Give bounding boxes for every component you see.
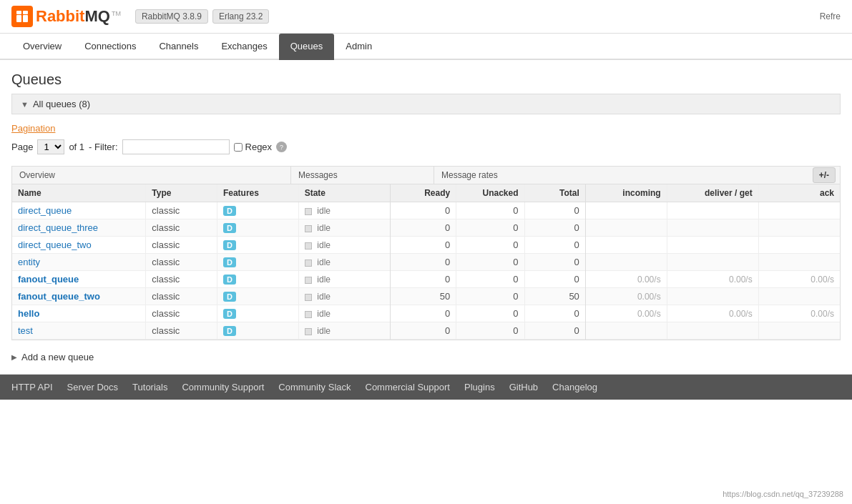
queue-link[interactable]: test <box>18 325 33 336</box>
cell-total: 0 <box>524 305 585 322</box>
section-header[interactable]: ▼ All queues (8) <box>11 94 841 114</box>
group-header-messages: Messages <box>291 167 434 184</box>
add-queue-toggle[interactable]: ▶ Add a new queue <box>11 352 841 362</box>
nav-queues[interactable]: Queues <box>279 34 335 60</box>
rabbitmq-logo-svg <box>15 9 29 24</box>
cell-incoming <box>585 219 667 237</box>
logo-text: RabbitMQTM <box>36 7 121 26</box>
col-state: State <box>298 184 390 202</box>
cell-incoming: 0.00/s <box>585 288 667 305</box>
nav-channels[interactable]: Channels <box>147 34 210 60</box>
cell-deliver-get <box>667 322 758 340</box>
table-row: direct_queue_three classic D idle 0 0 0 <box>12 219 840 237</box>
cell-total: 0 <box>524 254 585 271</box>
svg-rect-1 <box>23 15 28 22</box>
refresh-button[interactable]: Refre <box>820 11 841 21</box>
of-label: of 1 <box>69 142 84 152</box>
nav-exchanges[interactable]: Exchanges <box>210 34 278 60</box>
cell-ack <box>758 254 840 271</box>
cell-ack <box>758 219 840 237</box>
cell-ack <box>758 237 840 254</box>
state-value: idle <box>317 326 330 336</box>
queue-link[interactable]: fanout_queue_two <box>18 291 100 302</box>
pagination-label[interactable]: Pagination <box>11 123 841 134</box>
cell-total: 0 <box>524 271 585 288</box>
help-icon[interactable]: ? <box>276 142 287 152</box>
feature-d-badge: D <box>223 240 236 250</box>
section-arrow: ▼ <box>21 100 29 109</box>
state-value: idle <box>317 309 330 319</box>
col-ready: Ready <box>390 184 456 202</box>
page-select[interactable]: 1 <box>37 139 64 154</box>
queue-link[interactable]: direct_queue_two <box>18 239 92 250</box>
footer-commercial-support[interactable]: Commercial Support <box>366 382 451 392</box>
cell-name[interactable]: direct_queue <box>12 202 146 219</box>
cell-name[interactable]: entity <box>12 254 146 271</box>
logo-mq: MQ <box>84 7 109 25</box>
cell-name[interactable]: direct_queue_two <box>12 237 146 254</box>
queue-link[interactable]: hello <box>18 308 39 319</box>
cell-ready: 0 <box>390 237 456 254</box>
footer: HTTP API Server Docs Tutorials Community… <box>0 375 852 400</box>
queue-link[interactable]: fanout_queue <box>18 274 79 285</box>
cell-deliver-get: 0.00/s <box>667 271 758 288</box>
svg-rect-3 <box>23 11 28 14</box>
nav-connections[interactable]: Connections <box>73 34 147 60</box>
cell-ack: 0.00/s <box>758 305 840 322</box>
state-value: idle <box>317 292 330 302</box>
cell-name[interactable]: fanout_queue_two <box>12 288 146 305</box>
cell-features: D <box>217 288 298 305</box>
footer-changelog[interactable]: Changelog <box>552 382 597 392</box>
cell-name[interactable]: test <box>12 322 146 340</box>
col-type: Type <box>146 184 217 202</box>
cell-deliver-get <box>667 202 758 219</box>
cell-deliver-get <box>667 237 758 254</box>
footer-tutorials[interactable]: Tutorials <box>132 382 167 392</box>
cell-unacked: 0 <box>456 219 524 237</box>
footer-github[interactable]: GitHub <box>509 382 538 392</box>
feature-d-badge: D <box>223 257 236 267</box>
cell-total: 0 <box>524 237 585 254</box>
cell-name[interactable]: hello <box>12 305 146 322</box>
nav-overview[interactable]: Overview <box>11 34 73 60</box>
regex-checkbox[interactable] <box>234 143 243 152</box>
cell-ready: 0 <box>390 271 456 288</box>
cell-incoming <box>585 254 667 271</box>
plus-minus-button[interactable]: +/- <box>813 167 836 183</box>
cell-type: classic <box>146 288 217 305</box>
feature-d-badge: D <box>223 223 236 233</box>
state-value: idle <box>317 223 330 233</box>
cell-incoming <box>585 202 667 219</box>
regex-label-container: Regex <box>234 142 273 152</box>
queue-link[interactable]: direct_queue_three <box>18 222 98 233</box>
queue-link[interactable]: entity <box>18 257 40 267</box>
queue-link[interactable]: direct_queue <box>18 205 72 216</box>
footer-community-support[interactable]: Community Support <box>182 382 264 392</box>
cell-incoming: 0.00/s <box>585 305 667 322</box>
cell-deliver-get <box>667 219 758 237</box>
cell-unacked: 0 <box>456 305 524 322</box>
footer-community-slack[interactable]: Community Slack <box>278 382 351 392</box>
queues-table: Name Type Features State Ready Unacked T… <box>12 184 840 340</box>
state-value: idle <box>317 206 330 216</box>
cell-name[interactable]: fanout_queue <box>12 271 146 288</box>
state-checkbox <box>305 328 312 335</box>
feature-d-badge: D <box>223 309 236 319</box>
footer-server-docs[interactable]: Server Docs <box>67 382 119 392</box>
cell-type: classic <box>146 305 217 322</box>
footer-plugins[interactable]: Plugins <box>464 382 495 392</box>
footer-http-api[interactable]: HTTP API <box>11 382 53 392</box>
cell-type: classic <box>146 237 217 254</box>
nav-admin[interactable]: Admin <box>334 34 383 60</box>
col-name: Name <box>12 184 146 202</box>
table-group-headers: Overview Messages Message rates +/- <box>12 167 840 184</box>
cell-state: idle <box>298 237 390 254</box>
add-queue-section: ▶ Add a new queue <box>11 352 841 362</box>
filter-input[interactable] <box>122 139 230 154</box>
group-header-rates: Message rates <box>434 167 813 184</box>
state-checkbox <box>305 242 312 249</box>
cell-total: 50 <box>524 288 585 305</box>
cell-ready: 0 <box>390 305 456 322</box>
cell-ready: 50 <box>390 288 456 305</box>
cell-name[interactable]: direct_queue_three <box>12 219 146 237</box>
